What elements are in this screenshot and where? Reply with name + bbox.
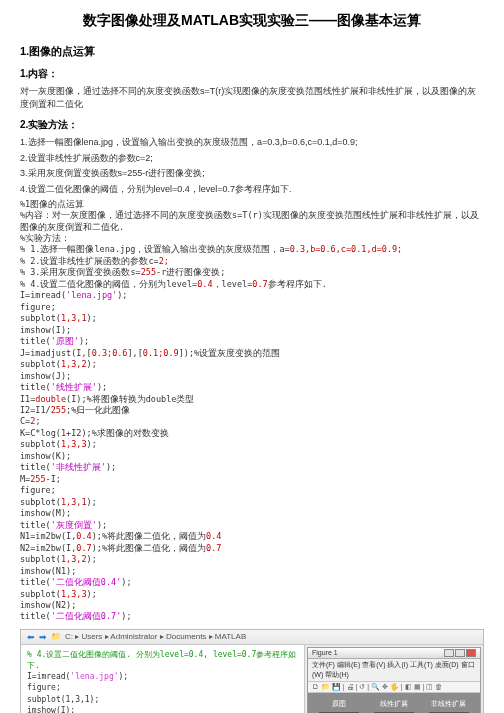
code-num: 255 (30, 474, 45, 484)
figure-menubar[interactable]: 文件(F) 编辑(E) 查看(V) 插入(I) 工具(T) 桌面(D) 窗口(W… (308, 659, 480, 682)
code-line: ); (79, 336, 89, 346)
code-line: title( (20, 462, 51, 472)
code-line: J=imadjust(I,[ (20, 348, 92, 358)
subplot-caption: 原图 (319, 699, 359, 709)
editor-line[interactable]: I=imread('lena.jpg'); (27, 671, 298, 682)
code-line: subplot( (20, 439, 61, 449)
matlab-code-listing: %1图像的点运算 %内容：对一灰度图像，通过选择不同的灰度变换函数s=T(r)实… (20, 199, 484, 623)
code-line: );%将此图像二值化，阈值为 (92, 543, 206, 553)
code-line: );%将此图像二值化，阈值为 (92, 531, 206, 541)
code-line: % 3.采用灰度倒置变换函数s= (20, 267, 141, 277)
code-line: K=C*log( (20, 428, 61, 438)
step-4: 4.设置二值化图像的阈值，分别为level=0.4，level=0.7参考程序如… (20, 183, 484, 196)
code-num: 1,3,1 (61, 497, 87, 507)
code-line: +I2);%求图像的对数变换 (66, 428, 169, 438)
code-line: title( (20, 611, 51, 621)
code-line: imshow(I); (20, 325, 71, 335)
editor-line[interactable]: figure; (27, 682, 298, 693)
folder-icon[interactable]: 📁 (51, 632, 61, 641)
code-num: 1,3,2 (61, 554, 87, 564)
code-line: 参考程序如下. (268, 279, 327, 289)
step-2: 2.设置非线性扩展函数的参数c=2; (20, 152, 484, 165)
code-num: 0.3,b=0.6,c=0.1,d=0.9; (290, 244, 403, 254)
code-line: -I; (46, 474, 61, 484)
code-line: figure; (20, 485, 56, 495)
code-line: ); (87, 359, 97, 369)
editor-line[interactable]: % 4.设置二值化图像的阈值. 分别为level=0.4, level=0.7参… (27, 649, 298, 671)
sub-heading-content: 1.内容： (20, 67, 484, 81)
code-num: 1,3,1 (61, 313, 87, 323)
code-line: imshow(K); (20, 451, 71, 461)
code-line: imshow(N1); (20, 566, 76, 576)
code-line: I2=I1/ (20, 405, 51, 415)
code-num: 255 (51, 405, 66, 415)
code-line: subplot( (20, 554, 61, 564)
code-num: 0.7 (252, 279, 267, 289)
code-line: ); (106, 462, 116, 472)
figure-title: Figure 1 (312, 649, 338, 657)
code-line: ; (35, 416, 40, 426)
code-string: '线性扩展' (51, 382, 97, 392)
editor-line[interactable]: imshow(I); (27, 705, 298, 713)
code-line: subplot( (20, 497, 61, 507)
code-line: ); (97, 382, 107, 392)
code-line: ); (87, 313, 97, 323)
code-string: '非线性扩展' (51, 462, 106, 472)
code-line: ); (87, 554, 97, 564)
code-line: ); (121, 577, 131, 587)
code-line: % 1.选择一幅图像lena.jpg，设置输入输出变换的灰度级范围，a= (20, 244, 290, 254)
code-line: ，level= (213, 279, 253, 289)
subplot-caption: 非线性扩展 (429, 699, 469, 709)
code-line: C= (20, 416, 30, 426)
code-keyword: double (35, 394, 66, 404)
code-line: figure; (20, 302, 56, 312)
code-line: subplot( (20, 589, 61, 599)
code-line: % 2.设置非线性扩展函数的参数c= (20, 256, 159, 266)
code-num: 2; (159, 256, 169, 266)
matlab-ide-screenshot: ⬅ ➡ 📁 C: ▸ Users ▸ Administrator ▸ Docum… (20, 629, 484, 713)
code-line: I=imread( (20, 290, 66, 300)
code-num: 1,3,3 (61, 589, 87, 599)
editor-line[interactable]: subplot(1,3,1); (27, 694, 298, 705)
code-line: ;%归一化此图像 (66, 405, 130, 415)
code-line: title( (20, 577, 51, 587)
editor-pane[interactable]: % 4.设置二值化图像的阈值. 分别为level=0.4, level=0.7参… (21, 645, 305, 713)
code-string: '二值化阈值0.4' (51, 577, 122, 587)
code-string: '灰度倒置' (51, 520, 97, 530)
code-line: subplot( (20, 359, 61, 369)
code-line: ],[ (127, 348, 142, 358)
code-line: M= (20, 474, 30, 484)
breadcrumb-path[interactable]: C: ▸ Users ▸ Administrator ▸ Documents ▸… (65, 632, 246, 641)
code-line: (I);%将图像转换为double类型 (66, 394, 194, 404)
code-num: 1,3,2 (61, 359, 87, 369)
code-line: title( (20, 520, 51, 530)
maximize-icon[interactable] (455, 649, 465, 657)
code-line: %实验方法： (20, 233, 70, 243)
code-line: ]);%设置灰度变换的范围 (179, 348, 280, 358)
close-icon[interactable] (466, 649, 476, 657)
minimize-icon[interactable] (444, 649, 454, 657)
code-line: ); (97, 520, 107, 530)
code-line: ); (87, 589, 97, 599)
code-line: ); (87, 497, 97, 507)
code-line: N2=im2bw(I, (20, 543, 76, 553)
code-line: title( (20, 382, 51, 392)
code-line: subplot( (20, 313, 61, 323)
nav-back-icon[interactable]: ⬅ (27, 632, 35, 642)
step-3: 3.采用灰度倒置变换函数s=255-r进行图像变换; (20, 167, 484, 180)
ide-toolbar[interactable]: ⬅ ➡ 📁 C: ▸ Users ▸ Administrator ▸ Docum… (21, 630, 483, 645)
figure-iconbar[interactable]: 🗋 📁 💾 | 🖨 | ↺ | 🔍 ✥ 🖐 | ◧ ▦ | ◫ 🗑 (308, 682, 480, 693)
code-num: 0.7 (206, 543, 221, 553)
figure-window-1[interactable]: Figure 1 文件(F) 编辑(E) 查看(V) 插入(I) 工具(T) 桌… (307, 647, 481, 713)
code-num: 0.7 (76, 543, 91, 553)
code-line: imshow(N2); (20, 600, 76, 610)
content-paragraph: 对一灰度图像，通过选择不同的灰度变换函数s=T(r)实现图像的灰度变换范围线性扩… (20, 85, 484, 110)
code-line: imshow(M); (20, 508, 71, 518)
code-line: ); (117, 290, 127, 300)
code-num: 255 (141, 267, 156, 277)
section1-heading: 1.图像的点运算 (20, 44, 484, 59)
code-num: 0.4 (197, 279, 212, 289)
nav-forward-icon[interactable]: ➡ (39, 632, 47, 642)
code-line: ); (87, 439, 97, 449)
code-line: %内容：对一灰度图像，通过选择不同的灰度变换函数s=T(r)实现图像的灰度变换范… (20, 210, 479, 231)
